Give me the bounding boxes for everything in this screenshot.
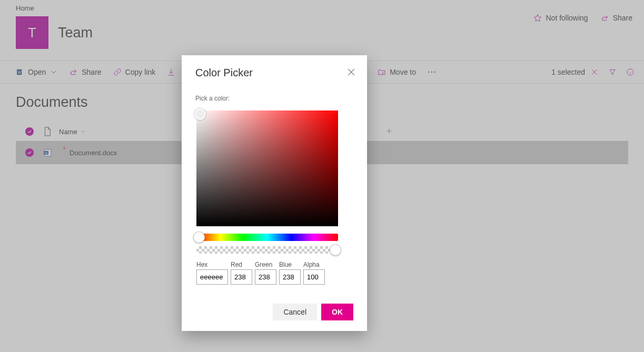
- alpha-label: Alpha: [303, 261, 325, 268]
- dialog-subtitle: Pick a color:: [195, 95, 353, 102]
- close-dialog-button[interactable]: [346, 67, 356, 77]
- green-input[interactable]: [255, 269, 276, 285]
- hex-input[interactable]: [196, 269, 228, 285]
- sv-handle[interactable]: [194, 108, 206, 120]
- close-icon: [346, 67, 356, 77]
- green-label: Green: [255, 261, 276, 268]
- blue-input[interactable]: [279, 269, 301, 285]
- cancel-button[interactable]: Cancel: [273, 304, 317, 320]
- red-input[interactable]: [231, 269, 252, 285]
- saturation-value-panel[interactable]: [196, 110, 338, 226]
- blue-label: Blue: [279, 261, 301, 268]
- hue-handle[interactable]: [193, 232, 205, 243]
- hue-slider[interactable]: [196, 234, 338, 241]
- hex-label: Hex: [196, 261, 228, 268]
- ok-button[interactable]: OK: [321, 304, 353, 320]
- color-picker-dialog: Color Picker Pick a color: Hex Red Green…: [182, 55, 367, 331]
- alpha-slider[interactable]: [196, 246, 338, 254]
- alpha-handle[interactable]: [330, 244, 341, 256]
- alpha-input[interactable]: [303, 269, 325, 285]
- dialog-title: Color Picker: [195, 67, 353, 79]
- red-label: Red: [231, 261, 252, 268]
